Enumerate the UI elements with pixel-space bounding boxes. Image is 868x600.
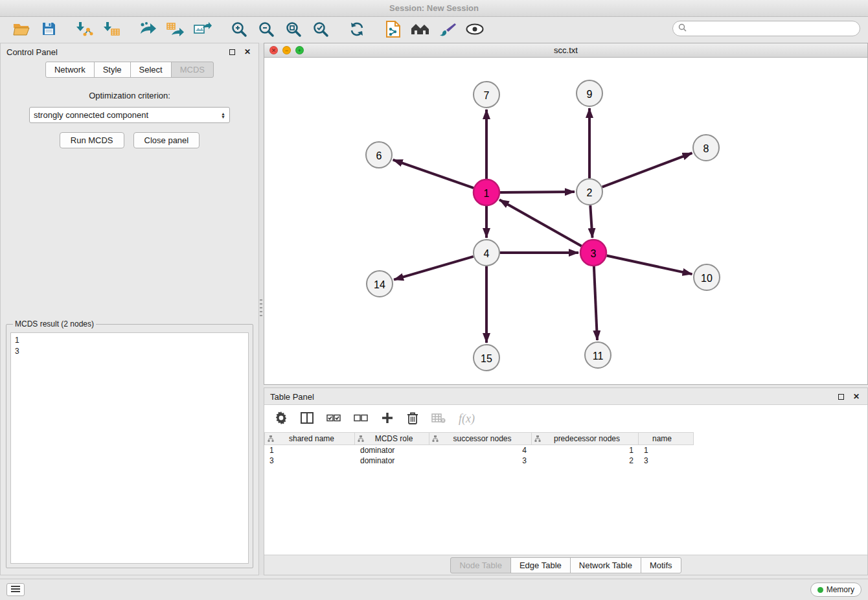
graph-node-label: 3 (591, 248, 597, 259)
graph-edge-3-10[interactable] (607, 256, 692, 275)
tab-select[interactable]: Select (130, 62, 172, 78)
graph-edge-3-11[interactable] (594, 266, 597, 340)
close-table-panel-icon[interactable]: ✕ (851, 391, 862, 402)
apply-layout-button[interactable] (343, 18, 371, 41)
graph-edge-2-3[interactable] (590, 205, 592, 238)
run-mcds-button[interactable]: Run MCDS (60, 132, 124, 148)
toolbar-search[interactable] (672, 21, 860, 36)
table-cell[interactable]: 1 (264, 445, 355, 456)
zoom-fit-button[interactable] (280, 18, 307, 41)
column-tree-icon (432, 435, 439, 442)
tab-node-table[interactable]: Node Table (450, 557, 511, 573)
graph-node-8[interactable]: 8 (693, 135, 719, 161)
close-window-button[interactable]: ✕ (269, 46, 278, 54)
tab-mcds[interactable]: MCDS (171, 62, 214, 78)
minimize-window-button[interactable]: − (282, 46, 291, 54)
delete-table-button[interactable] (431, 413, 446, 425)
optimization-criterion-dropdown[interactable]: strongly connected component ▲▼ (29, 107, 230, 123)
table-row[interactable]: 3dominator323 (264, 456, 867, 466)
export-network-button[interactable] (135, 18, 162, 41)
network-graph[interactable]: 7968124314101511 (264, 58, 867, 384)
panel-splitter[interactable] (259, 43, 264, 575)
optimization-criterion-label: Optimization criterion: (1, 91, 258, 100)
export-table-button[interactable] (162, 18, 189, 41)
table-cell[interactable]: 3 (264, 456, 355, 466)
column-header-shared-name[interactable]: shared name (264, 432, 355, 445)
graph-edge-1-6[interactable] (393, 160, 474, 189)
select-all-columns-button[interactable] (326, 413, 341, 425)
graph-node-15[interactable]: 15 (474, 345, 499, 371)
column-header-name[interactable]: name (639, 432, 694, 445)
table-settings-button[interactable] (275, 411, 288, 426)
graph-edge-3-1[interactable] (499, 200, 582, 246)
graph-node-7[interactable]: 7 (474, 82, 499, 108)
deselect-all-columns-button[interactable] (354, 413, 368, 425)
network-from-selection-button[interactable] (380, 18, 407, 41)
tab-edge-table[interactable]: Edge Table (510, 557, 571, 573)
import-network-button[interactable] (71, 18, 98, 41)
split-columns-button[interactable] (301, 412, 314, 426)
zoom-fit-icon (285, 21, 302, 40)
tab-style[interactable]: Style (94, 62, 131, 78)
graph-node-1[interactable]: 1 (474, 179, 499, 205)
graph-node-label: 7 (484, 90, 490, 101)
float-table-panel-icon[interactable] (836, 391, 846, 402)
search-icon (678, 23, 687, 34)
import-table-button[interactable] (98, 18, 126, 41)
graph-node-11[interactable]: 11 (585, 342, 611, 368)
import-network-icon (76, 21, 93, 39)
table-cell[interactable]: 1 (532, 445, 639, 456)
graph-node-4[interactable]: 4 (474, 240, 499, 266)
maximize-window-button[interactable]: + (295, 46, 304, 54)
graph-node-3[interactable]: 3 (580, 240, 606, 266)
window-titlebar: Session: New Session (0, 0, 868, 17)
table-cell[interactable]: 2 (532, 456, 639, 466)
close-panel-button[interactable]: Close panel (133, 132, 200, 148)
graph-edge-4-14[interactable] (394, 257, 474, 280)
zoom-out-button[interactable] (253, 18, 280, 41)
zoom-selected-button[interactable] (307, 18, 334, 41)
graph-edge-2-8[interactable] (602, 153, 692, 187)
window-controls: ✕ − + (269, 46, 304, 54)
zoom-in-button[interactable] (225, 18, 253, 41)
search-input[interactable] (691, 24, 854, 33)
graph-node-label: 1 (484, 188, 490, 199)
column-header-predecessor-nodes[interactable]: predecessor nodes (532, 432, 639, 445)
memory-button[interactable]: Memory (810, 583, 862, 597)
export-image-button[interactable] (189, 18, 216, 41)
graph-edge-1-2[interactable] (500, 192, 575, 192)
save-session-button[interactable] (35, 18, 62, 41)
column-header-successor-nodes[interactable]: successor nodes (429, 432, 532, 445)
table-cell[interactable]: 4 (429, 445, 532, 456)
table-row[interactable]: 1dominator411 (264, 445, 867, 456)
table-cell[interactable]: 3 (429, 456, 532, 466)
dropdown-selected-value: strongly connected component (34, 110, 221, 120)
table-cell[interactable]: 3 (639, 456, 694, 466)
float-panel-icon[interactable] (227, 47, 237, 57)
show-hide-button[interactable] (461, 18, 488, 41)
delete-row-button[interactable] (407, 411, 418, 426)
function-builder-button[interactable]: f(x) (459, 412, 475, 426)
graph-node-2[interactable]: 2 (577, 179, 602, 205)
graph-node-10[interactable]: 10 (694, 264, 720, 290)
table-cell[interactable]: 1 (639, 445, 694, 456)
tab-network-table[interactable]: Network Table (570, 557, 641, 573)
column-tree-icon (358, 435, 364, 442)
table-cell[interactable]: dominator (355, 456, 429, 466)
mcds-result-group: MCDS result (2 nodes) 1 3 (6, 319, 253, 568)
close-panel-icon[interactable]: ✕ (242, 47, 253, 57)
table-cell[interactable]: dominator (355, 445, 429, 456)
graph-node-6[interactable]: 6 (366, 142, 392, 168)
export-network-icon (139, 21, 157, 39)
graph-node-14[interactable]: 14 (367, 271, 393, 297)
style-button[interactable] (434, 18, 461, 41)
task-history-button[interactable] (6, 583, 25, 596)
graph-node-9[interactable]: 9 (577, 80, 602, 106)
add-row-button[interactable] (381, 411, 394, 426)
tab-motifs[interactable]: Motifs (641, 557, 681, 573)
open-session-button[interactable] (8, 18, 35, 41)
mcds-result-list[interactable]: 1 3 (10, 332, 249, 564)
tab-network[interactable]: Network (45, 62, 95, 78)
column-header-mcds-role[interactable]: MCDS role (355, 432, 429, 445)
home-button[interactable] (407, 18, 434, 41)
